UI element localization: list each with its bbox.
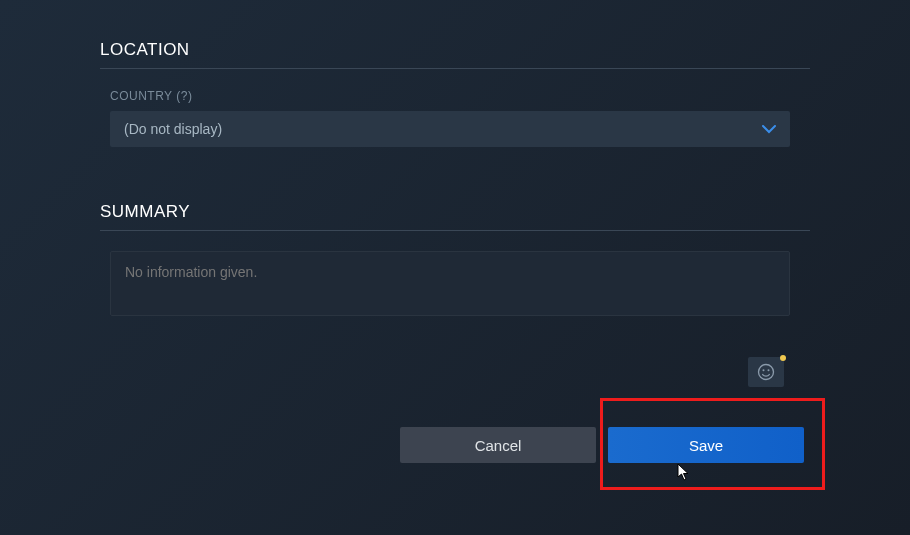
chevron-down-icon [762,122,776,136]
summary-header: SUMMARY [100,202,810,231]
notification-dot-icon [780,355,786,361]
summary-textarea[interactable] [110,251,790,316]
cancel-button[interactable]: Cancel [400,427,596,463]
country-dropdown-value: (Do not display) [124,121,222,137]
summary-section: SUMMARY [100,202,810,320]
emoji-picker-button[interactable] [748,357,784,387]
country-dropdown[interactable]: (Do not display) [110,111,790,147]
cursor-icon [677,463,691,485]
svg-point-2 [768,369,770,371]
country-label: COUNTRY (?) [110,89,810,103]
location-section: LOCATION COUNTRY (?) (Do not display) [100,40,810,147]
action-buttons: Cancel Save [400,427,804,463]
location-header: LOCATION [100,40,810,69]
smiley-icon [756,362,776,382]
svg-point-0 [759,365,774,380]
save-button[interactable]: Save [608,427,804,463]
svg-point-1 [763,369,765,371]
